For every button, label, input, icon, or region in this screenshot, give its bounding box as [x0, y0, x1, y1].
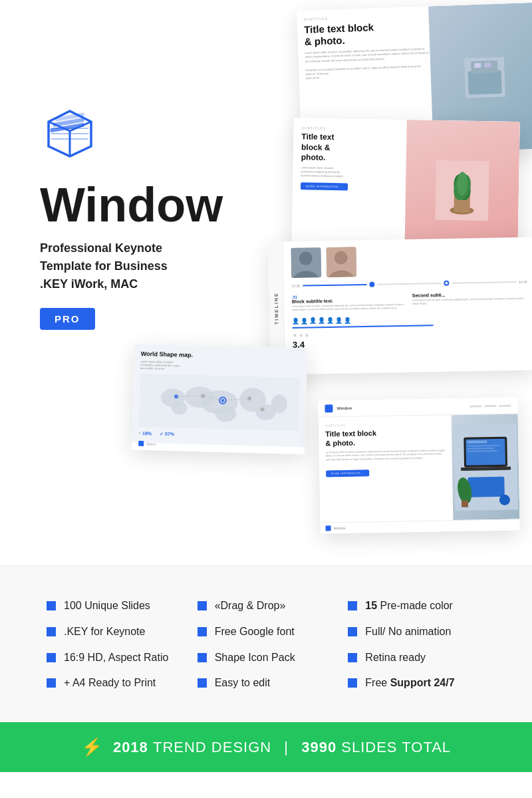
feature-bullet: [348, 653, 357, 662]
footer-banner: ⚡ 2018 TREND DESIGN | 3990 SLIDES TOTAL: [0, 722, 532, 772]
pro-badge: PRO: [40, 308, 95, 330]
slide4-stats: ↑ 18% ✓ 57%: [138, 431, 298, 440]
slide3-progress-bar: [293, 325, 434, 329]
svg-rect-13: [474, 63, 481, 68]
feature-bullet: [47, 627, 56, 636]
feature-item: Retina ready: [348, 651, 485, 665]
slide-preview-5: Window SUBTITLES Title text block& photo…: [318, 397, 519, 533]
slide4-title: World Shape map.: [141, 350, 301, 361]
hero-section: Window Professional Keynote Template for…: [0, 0, 532, 565]
feature-item: Easy to edit: [198, 676, 335, 690]
lightning-icon: ⚡: [81, 737, 102, 757]
slide-preview-3: Timeline 12:30: [268, 237, 532, 375]
feature-item: 100 Unique Slides: [47, 599, 184, 613]
feature-item: 15 Pre-made color: [348, 599, 485, 613]
feature-bullet: [47, 601, 56, 610]
slide5-label: SUBTITLES: [325, 422, 445, 427]
feature-item: Free Support 24/7: [348, 676, 485, 690]
feature-text: Full/ No animation: [365, 625, 451, 639]
feature-text: Shape Icon Pack: [215, 651, 295, 665]
feature-bullet: [348, 601, 357, 610]
slide-preview-4: World Shape map. Lorem ipsum dolor sit a…: [132, 344, 307, 455]
feature-item: 16:9 HD, Aspect Ratio: [47, 651, 184, 665]
slide5-button: MORE INFORMATION →: [326, 470, 369, 477]
feature-bullet: [198, 653, 207, 662]
slide3-people: [291, 244, 527, 278]
logo-icon: [40, 106, 100, 166]
feature-text: + A4 Ready to Print: [64, 676, 156, 690]
slide5-heading: Title text block& photo.: [325, 427, 445, 448]
feature-item: Full/ No animation: [348, 625, 485, 639]
slide4-sub: Lorem ipsum dolor sit amet,consectetur a…: [140, 360, 300, 374]
feature-text: Free Google font: [215, 625, 295, 639]
feature-col-2: «Drag & Drop» Free Google font Shape Ico…: [191, 599, 342, 702]
feature-text: Free Support 24/7: [365, 676, 454, 690]
svg-rect-47: [467, 440, 487, 444]
slide4-map: [139, 374, 300, 431]
feature-item: Free Google font: [198, 625, 335, 639]
slide1-body: Lorem ipsum dolor sit amet, consectetur …: [305, 47, 430, 80]
slide5-image: [452, 414, 520, 520]
feature-text: 15 Pre-made color: [365, 599, 453, 613]
svg-rect-14: [484, 63, 491, 67]
feature-text: Retina ready: [365, 651, 426, 665]
feature-bullet: [198, 601, 207, 610]
feature-item: «Drag & Drop»: [198, 599, 335, 613]
features-grid: 100 Unique Slides .KEY for Keynote 16:9 …: [40, 599, 492, 702]
feature-col-1: 100 Unique Slides .KEY for Keynote 16:9 …: [40, 599, 191, 702]
slide3-people-icons: 👤 👤 👤 👤 👤 👤 👤: [292, 313, 527, 324]
feature-bullet: [348, 627, 357, 636]
feature-text: 100 Unique Slides: [64, 599, 150, 613]
svg-rect-11: [468, 70, 502, 95]
brand-subtitle: Professional Keynote Template for Busine…: [40, 239, 223, 293]
slide3-blocks: .01 Block subtitle text. Lorem ipsum dol…: [292, 291, 527, 313]
feature-item: .KEY for Keynote: [47, 625, 184, 639]
feature-bullet: [348, 678, 357, 688]
feature-item: Shape Icon Pack: [198, 651, 335, 665]
feature-text: Easy to edit: [215, 676, 271, 690]
feature-text: .KEY for Keynote: [64, 625, 145, 639]
feature-bullet: [47, 678, 56, 688]
slide2-label: SUBTITLES: [302, 126, 399, 132]
feature-text: 16:9 HD, Aspect Ratio: [64, 651, 168, 665]
feature-bullet: [47, 653, 56, 662]
slide2-heading: Title textblock &photo.: [301, 132, 399, 164]
slide2-body: Lorem ipsum dolor sit amet,consectetur a…: [301, 166, 398, 180]
feature-bullet: [198, 678, 207, 688]
feature-bullet: [198, 627, 207, 636]
brand-area: Window Professional Keynote Template for…: [40, 106, 223, 330]
slide2-button: MORE INFORMATION →: [301, 182, 348, 190]
feature-text: «Drag & Drop»: [215, 599, 286, 613]
feature-item: + A4 Ready to Print: [47, 676, 184, 690]
features-section: 100 Unique Slides .KEY for Keynote 16:9 …: [0, 565, 532, 722]
slide5-body-text: Lorem ipsum dolor sit amet, consectetur …: [326, 449, 446, 462]
slide1-heading: Title text block& photo.: [304, 19, 429, 48]
brand-title: Window: [40, 181, 223, 229]
footer-text: 2018 TREND DESIGN | 3990 SLIDES TOTAL: [113, 739, 451, 756]
svg-rect-55: [461, 501, 467, 507]
svg-rect-52: [467, 477, 505, 497]
slide3-timeline-bar: 12:30 14:30: [291, 279, 527, 289]
slide5-body: SUBTITLES Title text block& photo. Lorem…: [319, 414, 520, 522]
feature-col-3: 15 Pre-made color Full/ No animation Ret…: [341, 599, 492, 702]
slide4-footer: Window: [138, 441, 156, 447]
